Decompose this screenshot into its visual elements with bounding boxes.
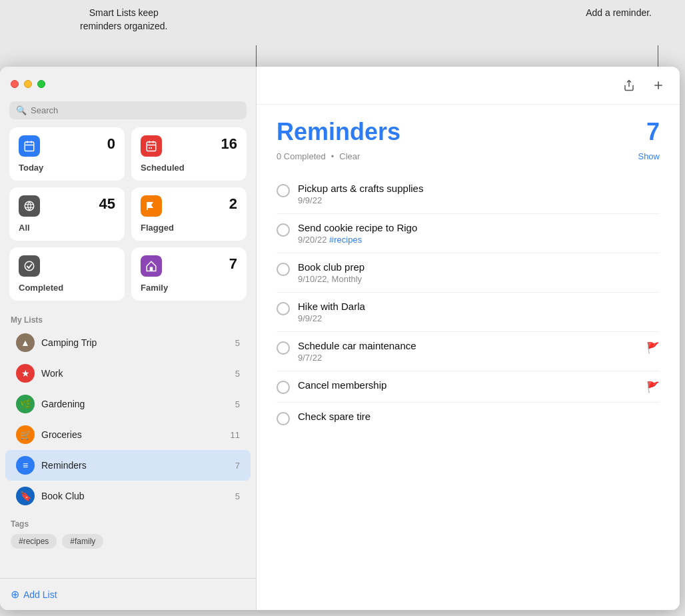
search-input[interactable] bbox=[31, 105, 240, 115]
scheduled-count: 16 bbox=[221, 135, 237, 153]
list-item-work[interactable]: ★ Work 5 bbox=[5, 358, 251, 389]
app-window: 🔍 0 Today 16 bbox=[0, 67, 680, 610]
smart-list-scheduled[interactable]: 16 Scheduled bbox=[131, 127, 247, 181]
today-label: Today bbox=[19, 163, 115, 173]
groceries-count: 11 bbox=[231, 430, 240, 440]
scheduled-label: Scheduled bbox=[141, 163, 237, 173]
close-button[interactable] bbox=[11, 80, 19, 88]
family-icon bbox=[141, 255, 162, 277]
smart-list-all[interactable]: 45 All bbox=[9, 187, 125, 241]
reminders-label: Reminders bbox=[41, 460, 229, 471]
list-total: 7 bbox=[646, 118, 660, 146]
reminder-item-2: Book club prep 9/10/22, Monthly bbox=[277, 253, 660, 293]
all-label: All bbox=[19, 223, 115, 233]
list-title: Reminders bbox=[277, 118, 400, 146]
tooltip-smart-lists: Smart Lists keepreminders organized. bbox=[80, 7, 168, 33]
reminder-text-6: Check spare tire bbox=[298, 411, 660, 422]
reminder-item-4: Schedule car maintenance 9/7/22 🚩 bbox=[277, 332, 660, 371]
sidebar-bottom: ⊕ Add List bbox=[0, 578, 256, 610]
work-label: Work bbox=[41, 368, 229, 379]
show-button[interactable]: Show bbox=[638, 151, 660, 161]
tag-pill-1[interactable]: #recipes bbox=[11, 534, 57, 549]
smart-list-flagged[interactable]: 2 Flagged bbox=[131, 187, 247, 241]
tag-pill-2[interactable]: #family bbox=[62, 534, 103, 549]
reminder-date-1: 9/20/22 #recipes bbox=[298, 235, 660, 245]
reminder-text-1: Send cookie recipe to Rigo 9/20/22 #reci… bbox=[298, 222, 660, 245]
reminder-checkbox-4[interactable] bbox=[277, 341, 290, 355]
work-count: 5 bbox=[235, 369, 240, 379]
list-item-gardening[interactable]: 🌿 Gardening 5 bbox=[5, 389, 251, 419]
reminder-item-3: Hike with Darla 9/9/22 bbox=[277, 293, 660, 332]
reminders-count: 7 bbox=[235, 461, 240, 471]
bookclub-count: 5 bbox=[235, 491, 240, 501]
gardening-icon: 🌿 bbox=[16, 395, 35, 413]
completed-row: 0 Completed • Clear Show bbox=[277, 151, 660, 161]
family-label: Family bbox=[141, 283, 237, 293]
sidebar: 🔍 0 Today 16 bbox=[0, 67, 257, 610]
completed-count-label: 0 Completed bbox=[277, 151, 326, 161]
reminder-checkbox-5[interactable] bbox=[277, 381, 290, 394]
flagged-icon bbox=[141, 195, 162, 217]
reminder-checkbox-6[interactable] bbox=[277, 412, 290, 425]
reminder-checkbox-0[interactable] bbox=[277, 184, 290, 197]
tags-header: Tags bbox=[11, 514, 245, 531]
svg-point-13 bbox=[25, 261, 34, 271]
main-content: Reminders 7 0 Completed • Clear Show Pic… bbox=[257, 67, 680, 610]
list-item-camping[interactable]: ▲ Camping Trip 5 bbox=[5, 327, 251, 358]
groceries-icon: 🛒 bbox=[16, 425, 35, 444]
titlebar bbox=[0, 67, 256, 101]
reminder-title-5: Cancel membership bbox=[298, 379, 638, 391]
reminder-date-0: 9/9/22 bbox=[298, 195, 660, 205]
my-lists-header: My Lists bbox=[0, 310, 256, 327]
clear-button[interactable]: Clear bbox=[339, 151, 360, 161]
reminder-checkbox-1[interactable] bbox=[277, 223, 290, 237]
list-item-groceries[interactable]: 🛒 Groceries 11 bbox=[5, 419, 251, 450]
camping-label: Camping Trip bbox=[41, 337, 229, 348]
gardening-label: Gardening bbox=[41, 399, 229, 409]
family-count: 7 bbox=[229, 255, 237, 273]
reminder-text-4: Schedule car maintenance 9/7/22 bbox=[298, 340, 638, 363]
gardening-count: 5 bbox=[235, 399, 240, 409]
smart-list-family[interactable]: 7 Family bbox=[131, 247, 247, 301]
tag-pills: #recipes #family bbox=[11, 531, 245, 554]
reminder-date-3: 9/9/22 bbox=[298, 313, 660, 323]
dot-separator: • bbox=[331, 151, 335, 161]
reminder-checkbox-2[interactable] bbox=[277, 263, 290, 276]
main-toolbar bbox=[257, 67, 680, 105]
search-bar[interactable]: 🔍 bbox=[9, 101, 247, 119]
svg-rect-0 bbox=[25, 142, 34, 151]
flag-icon-5: 🚩 bbox=[646, 381, 660, 393]
all-icon bbox=[19, 195, 40, 217]
smart-list-today[interactable]: 0 Today bbox=[9, 127, 125, 181]
add-list-button[interactable]: ⊕ Add List bbox=[11, 584, 245, 605]
svg-point-9 bbox=[151, 147, 152, 149]
reminder-title-2: Book club prep bbox=[298, 261, 660, 273]
share-button[interactable] bbox=[618, 75, 640, 96]
bookclub-label: Book Club bbox=[41, 491, 229, 501]
reminder-tag-1: #recipes bbox=[329, 235, 362, 245]
reminder-list: Pickup arts & crafts supplies 9/9/22 Sen… bbox=[277, 175, 660, 433]
list-title-row: Reminders 7 bbox=[277, 118, 660, 146]
smart-list-completed[interactable]: Completed bbox=[9, 247, 125, 301]
reminder-date-2: 9/10/22, Monthly bbox=[298, 274, 660, 284]
groceries-label: Groceries bbox=[41, 429, 224, 440]
svg-rect-4 bbox=[147, 142, 156, 151]
reminder-item-0: Pickup arts & crafts supplies 9/9/22 bbox=[277, 175, 660, 214]
svg-point-10 bbox=[25, 201, 34, 211]
flag-icon-4: 🚩 bbox=[646, 341, 660, 354]
search-icon: 🔍 bbox=[16, 105, 27, 115]
reminder-title-4: Schedule car maintenance bbox=[298, 340, 638, 351]
scheduled-icon bbox=[141, 135, 162, 157]
reminder-item-1: Send cookie recipe to Rigo 9/20/22 #reci… bbox=[277, 214, 660, 253]
reminder-title-0: Pickup arts & crafts supplies bbox=[298, 183, 660, 194]
list-item-reminders[interactable]: ≡ Reminders 7 bbox=[5, 450, 251, 481]
minimize-button[interactable] bbox=[24, 80, 32, 88]
reminder-checkbox-3[interactable] bbox=[277, 302, 290, 315]
bookclub-icon: 🔖 bbox=[16, 487, 35, 505]
add-reminder-button[interactable] bbox=[648, 75, 669, 96]
list-item-bookclub[interactable]: 🔖 Book Club 5 bbox=[5, 481, 251, 511]
svg-point-8 bbox=[149, 147, 150, 149]
work-icon: ★ bbox=[16, 364, 35, 383]
camping-icon: ▲ bbox=[16, 333, 35, 352]
maximize-button[interactable] bbox=[37, 80, 45, 88]
